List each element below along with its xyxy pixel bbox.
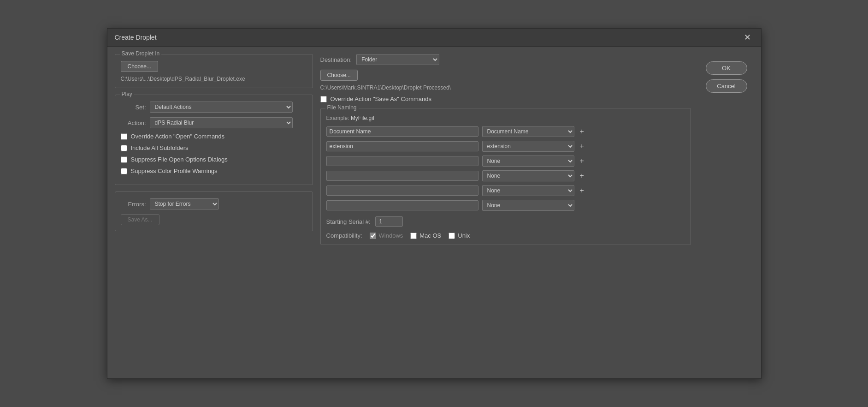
compat-windows-checkbox[interactable] (370, 233, 376, 239)
save-as-button[interactable]: Save As... (121, 214, 159, 225)
serial-input[interactable] (375, 216, 403, 227)
create-droplet-dialog: Create Droplet ✕ Save Droplet In Choose.… (107, 28, 762, 379)
play-label: Play (120, 91, 134, 97)
suppress-open-label: Suppress File Open Options Dialogs (131, 156, 228, 163)
example-label: Example: (326, 115, 349, 121)
errors-label: Errors: (121, 201, 146, 208)
naming-select-6[interactable]: Document Name None (482, 200, 574, 211)
ok-cancel-panel: OK Cancel (698, 54, 754, 245)
save-path: C:\Users\...\Desktop\dPS_Radial_Blur_Dro… (121, 76, 307, 82)
naming-plus-3[interactable]: + (578, 157, 586, 165)
set-row: Set: Default Actions (121, 102, 307, 113)
naming-row-5: Document Name None + (326, 185, 685, 196)
naming-select-4[interactable]: Document Name None (482, 170, 574, 181)
naming-input-3[interactable] (326, 156, 478, 166)
save-droplet-label: Save Droplet In (120, 50, 162, 57)
save-choose-button[interactable]: Choose... (121, 61, 158, 72)
dest-choose-button[interactable]: Choose... (320, 70, 358, 81)
set-label: Set: (121, 104, 146, 111)
naming-plus-5[interactable]: + (578, 186, 586, 195)
action-row: Action: dPS Radial Blur (121, 117, 307, 128)
compat-macos-checkbox[interactable] (410, 233, 417, 239)
compat-windows-label: Windows (379, 232, 403, 239)
naming-row-1: Document Name document name DOCUMENT NAM… (326, 126, 685, 137)
serial-label: Starting Serial #: (326, 218, 371, 225)
suppress-open-row: Suppress File Open Options Dialogs (121, 156, 307, 163)
close-button[interactable]: ✕ (741, 32, 754, 42)
compat-macos-item: Mac OS (410, 232, 441, 239)
dialog-title: Create Droplet (115, 34, 157, 41)
save-droplet-group: Save Droplet In Choose... C:\Users\...\D… (115, 54, 313, 88)
set-select[interactable]: Default Actions (150, 102, 293, 113)
compat-unix-label: Unix (458, 232, 470, 239)
suppress-open-checkbox[interactable] (121, 156, 127, 163)
action-label: Action: (121, 120, 146, 126)
naming-input-2[interactable] (326, 141, 478, 151)
compat-row: Compatibility: Windows Mac OS Unix (326, 232, 685, 239)
naming-input-4[interactable] (326, 171, 478, 181)
right-panel: Destination: None Save and Close Folder … (320, 54, 691, 245)
suppress-color-checkbox[interactable] (121, 168, 127, 174)
compat-unix-item: Unix (449, 232, 470, 239)
dialog-body: Save Droplet In Choose... C:\Users\...\D… (107, 47, 761, 252)
naming-select-1[interactable]: Document Name document name DOCUMENT NAM… (482, 126, 574, 137)
errors-select[interactable]: Stop for Errors Log Errors to File (150, 198, 219, 209)
naming-input-6[interactable] (326, 200, 478, 210)
override-save-label: Override Action "Save As" Commands (331, 96, 432, 102)
errors-group: Errors: Stop for Errors Log Errors to Fi… (115, 192, 313, 231)
override-open-checkbox[interactable] (121, 133, 127, 140)
include-subfolders-checkbox[interactable] (121, 145, 127, 151)
override-open-row: Override Action "Open" Commands (121, 133, 307, 140)
naming-select-2[interactable]: Document Name extension None (482, 141, 574, 152)
include-subfolders-label: Include All Subfolders (131, 144, 189, 151)
example-row: Example: MyFile.gif (326, 115, 685, 121)
file-naming-label: File Naming (325, 104, 359, 111)
destination-select[interactable]: None Save and Close Folder (356, 54, 439, 65)
ok-button[interactable]: OK (706, 61, 747, 75)
left-panel: Save Droplet In Choose... C:\Users\...\D… (115, 54, 313, 245)
play-group: Play Set: Default Actions Action: dPS Ra… (115, 95, 313, 185)
compat-label: Compatibility: (326, 232, 362, 239)
example-value: MyFile.gif (351, 115, 374, 121)
naming-row-3: Document Name None + (326, 156, 685, 167)
naming-row-2: Document Name extension None + (326, 141, 685, 152)
override-save-checkbox[interactable] (320, 96, 327, 102)
naming-select-3[interactable]: Document Name None (482, 156, 574, 167)
naming-row-4: Document Name None + (326, 170, 685, 181)
include-subfolders-row: Include All Subfolders (121, 144, 307, 151)
naming-plus-1[interactable]: + (578, 127, 586, 136)
errors-row: Errors: Stop for Errors Log Errors to Fi… (121, 198, 307, 209)
naming-plus-4[interactable]: + (578, 172, 586, 180)
serial-row: Starting Serial #: (326, 216, 685, 227)
dest-path: C:\Users\Mark.SINTRA1\Desktop\Droplet Pr… (320, 84, 691, 91)
override-save-row: Override Action "Save As" Commands (320, 96, 691, 102)
suppress-color-row: Suppress Color Profile Warnings (121, 168, 307, 174)
naming-input-5[interactable] (326, 186, 478, 196)
naming-plus-2[interactable]: + (578, 142, 586, 150)
title-bar: Create Droplet ✕ (107, 29, 761, 47)
override-open-label: Override Action "Open" Commands (131, 133, 225, 140)
action-select[interactable]: dPS Radial Blur (150, 117, 293, 128)
destination-label: Destination: (320, 56, 352, 63)
compat-macos-label: Mac OS (419, 232, 441, 239)
naming-row-6: Document Name None (326, 200, 685, 211)
naming-select-5[interactable]: Document Name None (482, 185, 574, 196)
destination-row: Destination: None Save and Close Folder (320, 54, 691, 65)
naming-input-1[interactable] (326, 126, 478, 137)
compat-windows-item: Windows (370, 232, 403, 239)
file-naming-section: File Naming Example: MyFile.gif Document… (320, 108, 691, 245)
cancel-button[interactable]: Cancel (706, 79, 747, 93)
suppress-color-label: Suppress Color Profile Warnings (131, 168, 218, 174)
compat-unix-checkbox[interactable] (449, 233, 455, 239)
